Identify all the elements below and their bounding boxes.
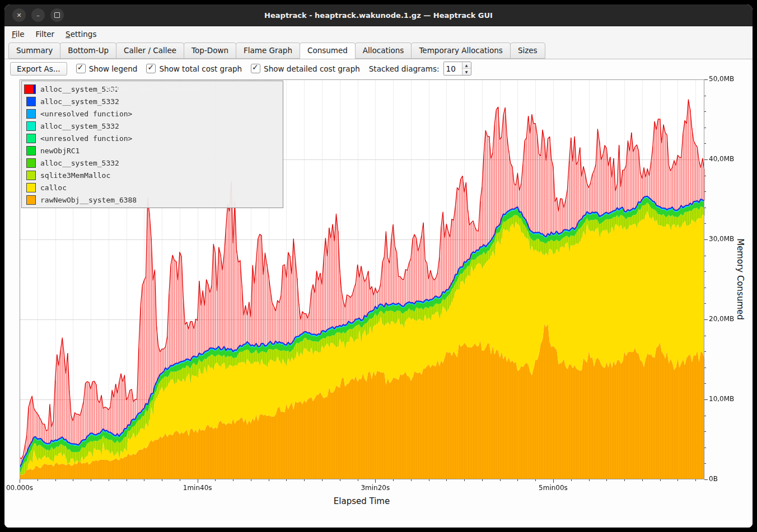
menu-settings[interactable]: Settings (60, 28, 101, 40)
y-axis-tick-label: 50,0MB (709, 75, 734, 83)
minimize-icon: – (36, 12, 40, 18)
window-controls: ✕ – (12, 8, 64, 22)
spinner-down-button[interactable]: ▼ (462, 68, 471, 75)
legend-color-swatch (26, 134, 36, 143)
check-icon: ✓ (77, 63, 84, 72)
legend-label: <unresolved function> (40, 110, 132, 118)
y-axis-tick-label: 10,0MB (709, 395, 734, 403)
checkbox-label[interactable]: Show legend (89, 64, 138, 73)
legend-item: alloc__system_5332 (24, 95, 281, 107)
x-axis-tick-label: 1min40s (183, 484, 212, 492)
y-axis-title: Memory Consumed (735, 238, 745, 320)
x-axis-tick-label: 5min00s (539, 484, 568, 492)
legend-title-row: Total Memory Consumption (22, 83, 283, 95)
tab-top-down[interactable]: Top-Down (184, 43, 236, 59)
show-detailed-cost-graph-checkbox[interactable]: ✓ (251, 64, 260, 73)
legend-color-swatch (26, 97, 36, 106)
legend-color-swatch (26, 109, 36, 119)
stacked-diagrams-spinbox[interactable]: 10 ▲ ▼ (443, 62, 471, 76)
legend-color-swatch (26, 183, 36, 192)
legend-item: newObjRC1 (24, 144, 281, 157)
legend-item: <unresolved function> (24, 107, 281, 120)
tab-caller-callee[interactable]: Caller / Callee (116, 43, 184, 59)
checkbox-group-show-total-cost-graph[interactable]: ✓Show total cost graph (146, 64, 242, 73)
tab-temporary-allocations[interactable]: Temporary Allocations (411, 43, 510, 59)
checkbox-label[interactable]: Show detailed cost graph (264, 64, 360, 73)
spinner-up-button[interactable]: ▲ (462, 62, 471, 68)
stacked-diagrams-label: Stacked diagrams: (369, 64, 440, 73)
stacked-diagrams-value[interactable]: 10 (444, 62, 462, 75)
menu-file[interactable]: File (7, 28, 30, 40)
legend-color-swatch (26, 146, 36, 156)
legend-item: calloc (24, 181, 281, 194)
menubar: FileFilterSettings (4, 26, 753, 41)
tab-consumed[interactable]: Consumed (300, 43, 356, 59)
export-as-button[interactable]: Export As... (10, 62, 67, 76)
legend-label: Total Memory Consumption (38, 85, 281, 93)
tab-sizes[interactable]: Sizes (510, 43, 545, 59)
legend-label: rawNewObj__system_6388 (40, 196, 137, 204)
x-axis-title: Elapsed Time (334, 496, 390, 506)
legend-label: alloc__system_5332 (40, 97, 119, 106)
spinner-buttons: ▲ ▼ (462, 62, 471, 75)
legend-label: <unresolved function> (40, 134, 132, 143)
close-button[interactable]: ✕ (12, 8, 26, 22)
y-axis-tick-label: 20,0MB (709, 315, 734, 323)
check-icon: ✓ (252, 63, 259, 72)
legend-item: sqlite3MemMalloc (24, 169, 281, 181)
stacked-diagrams-control: Stacked diagrams: 10 ▲ ▼ (369, 62, 471, 76)
chart-legend: Total Memory Consumptionalloc__system_53… (21, 81, 283, 208)
maximize-button[interactable] (50, 8, 64, 22)
legend-label: calloc (40, 183, 67, 192)
show-legend-checkbox[interactable]: ✓ (76, 64, 86, 73)
menu-filter[interactable]: Filter (31, 28, 59, 40)
toolbar: Export As... ✓Show legend✓Show total cos… (4, 59, 753, 78)
legend-label: sqlite3MemMalloc (40, 171, 110, 180)
y-axis-tick-label: 30,0MB (709, 235, 734, 243)
legend-color-swatch (26, 171, 36, 180)
legend-item: <unresolved function> (24, 132, 281, 144)
checkbox-group-show-legend[interactable]: ✓Show legend (76, 64, 138, 73)
legend-item: rawNewObj__system_6388 (24, 194, 281, 206)
legend-color-swatch (26, 195, 36, 205)
legend-color-swatch (24, 84, 34, 94)
tab-bottom-up[interactable]: Bottom-Up (60, 43, 116, 59)
legend-label: alloc__system_5332 (40, 159, 119, 167)
legend-label: alloc__system_5332 (40, 122, 119, 130)
tab-allocations[interactable]: Allocations (355, 43, 412, 59)
legend-color-swatch (26, 158, 36, 168)
check-icon: ✓ (147, 63, 154, 72)
checkbox-group-show-detailed-cost-graph[interactable]: ✓Show detailed cost graph (251, 64, 360, 73)
legend-label: newObjRC1 (40, 147, 80, 155)
minimize-button[interactable]: – (31, 8, 45, 22)
chart-area: Total Memory Consumptionalloc__system_53… (4, 78, 753, 528)
legend-item: alloc__system_5332 (24, 157, 281, 169)
app-window: ✕ – Heaptrack - heaptrack.wakunode.1.gz … (4, 4, 753, 528)
window-title: Heaptrack - heaptrack.wakunode.1.gz — He… (4, 11, 753, 20)
x-axis-tick-label: 00.000s (6, 484, 33, 492)
close-icon: ✕ (16, 12, 21, 18)
tab-summary[interactable]: Summary (8, 43, 60, 59)
maximize-icon (54, 12, 60, 18)
y-axis-tick-label: 0B (709, 475, 718, 483)
tab-flame-graph[interactable]: Flame Graph (236, 43, 300, 59)
legend-color-swatch (26, 121, 36, 131)
checkbox-label[interactable]: Show total cost graph (159, 64, 242, 73)
x-axis-tick-label: 3min20s (361, 484, 390, 492)
show-total-cost-graph-checkbox[interactable]: ✓ (146, 64, 156, 73)
titlebar[interactable]: ✕ – Heaptrack - heaptrack.wakunode.1.gz … (4, 4, 753, 26)
legend-item: alloc__system_5332 (24, 120, 281, 132)
tabbar: SummaryBottom-UpCaller / CalleeTop-DownF… (4, 41, 753, 59)
y-axis-tick-label: 40,0MB (709, 155, 734, 163)
